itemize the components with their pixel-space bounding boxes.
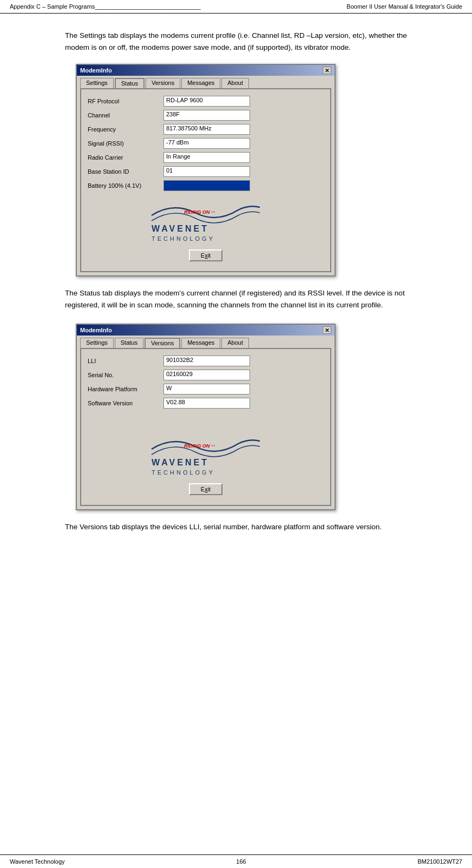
dialog1-button-row: Exit bbox=[88, 249, 324, 265]
label-channel: Channel bbox=[88, 112, 163, 119]
field-row-serial: Serial No. 02160029 bbox=[88, 370, 324, 380]
label-hardware: Hardware Platform bbox=[88, 386, 163, 392]
dialog1-container: ModemInfo ✕ Settings Status Versions Mes… bbox=[76, 64, 429, 277]
value-signal: -77 dBm bbox=[163, 138, 250, 149]
label-lli: LLI bbox=[88, 358, 163, 364]
dialog2-exit-button[interactable]: Exit bbox=[189, 483, 222, 495]
status-paragraph: The Status tab displays the modem's curr… bbox=[65, 287, 429, 311]
field-row-lli: LLI 901032B2 bbox=[88, 356, 324, 366]
dialog2-panel: LLI 901032B2 Serial No. 02160029 Hardwar… bbox=[80, 348, 331, 506]
svg-text:WAVENET: WAVENET bbox=[152, 224, 209, 233]
svg-text:TECHNOLOGY: TECHNOLOGY bbox=[152, 235, 215, 242]
label-rf-protocol: RF Protocol bbox=[88, 98, 163, 104]
tab-versions-1[interactable]: Versions bbox=[146, 78, 180, 88]
dialog2-title: ModemInfo bbox=[80, 327, 112, 333]
tab-status-2[interactable]: Status bbox=[115, 338, 143, 348]
svg-text:WAVENET: WAVENET bbox=[152, 458, 209, 467]
header-right: Boomer II User Manual & Integrator's Gui… bbox=[346, 3, 462, 10]
value-lli: 901032B2 bbox=[163, 356, 250, 366]
field-row-software: Software Version V02.88 bbox=[88, 398, 324, 409]
dialog1-title: ModemInfo bbox=[80, 67, 112, 74]
value-serial: 02160029 bbox=[163, 370, 250, 380]
dialog1-titlebar: ModemInfo ✕ bbox=[77, 65, 335, 76]
field-row-base-station: Base Station ID 01 bbox=[88, 166, 324, 177]
dialog2-close-button[interactable]: ✕ bbox=[323, 326, 331, 334]
value-rf-protocol: RD-LAP 9600 bbox=[163, 96, 250, 107]
dialog1-close-button[interactable]: ✕ bbox=[323, 67, 331, 74]
dialog1-tabs: Settings Status Versions Messages About bbox=[77, 76, 335, 88]
dialog2-button-row: Exit bbox=[88, 483, 324, 498]
label-base-station: Base Station ID bbox=[88, 168, 163, 175]
dialog1-panel: RF Protocol RD-LAP 9600 Channel 238F Fre… bbox=[80, 88, 331, 272]
field-row-signal: Signal (RSSI) -77 dBm bbox=[88, 138, 324, 149]
logo-area-1: RIDING ON ··· WAVENET TECHNOLOGY bbox=[88, 196, 324, 245]
footer-left: Wavenet Technology bbox=[10, 858, 65, 865]
tab-settings-2[interactable]: Settings bbox=[80, 338, 114, 348]
field-row-hardware: Hardware Platform W bbox=[88, 384, 324, 394]
field-row-frequency: Frequency 817.387500 MHz bbox=[88, 124, 324, 135]
tab-messages-1[interactable]: Messages bbox=[181, 78, 220, 88]
value-frequency: 817.387500 MHz bbox=[163, 124, 250, 135]
label-radio-carrier: Radio Carrier bbox=[88, 154, 163, 161]
tab-versions-2[interactable]: Versions bbox=[145, 338, 180, 348]
svg-text:RIDING ON ···: RIDING ON ··· bbox=[184, 443, 215, 449]
label-serial: Serial No. bbox=[88, 372, 163, 378]
label-frequency: Frequency bbox=[88, 126, 163, 133]
header-left: Appendix C – Sample Programs____________… bbox=[10, 3, 201, 10]
svg-text:RIDING ON ···: RIDING ON ··· bbox=[184, 209, 215, 215]
tab-messages-2[interactable]: Messages bbox=[181, 338, 220, 348]
page-footer: Wavenet Technology 166 BM210012WT27 bbox=[0, 854, 472, 868]
dialog2-titlebar: ModemInfo ✕ bbox=[77, 325, 335, 336]
field-row-channel: Channel 238F bbox=[88, 110, 324, 121]
field-row-battery: Battery 100% (4.1V) bbox=[88, 180, 324, 191]
svg-text:TECHNOLOGY: TECHNOLOGY bbox=[152, 469, 215, 476]
page-header: Appendix C – Sample Programs____________… bbox=[0, 0, 472, 14]
page-content: The Settings tab displays the modems cur… bbox=[0, 14, 472, 565]
tab-status-1[interactable]: Status bbox=[115, 78, 145, 88]
value-base-station: 01 bbox=[163, 166, 250, 177]
value-channel: 238F bbox=[163, 110, 250, 121]
wavenet-logo-2: RIDING ON ··· WAVENET TECHNOLOGY bbox=[141, 430, 271, 479]
field-row-rf-protocol: RF Protocol RD-LAP 9600 bbox=[88, 96, 324, 107]
versions-paragraph: The Versions tab displays the devices LL… bbox=[65, 521, 429, 533]
label-signal: Signal (RSSI) bbox=[88, 140, 163, 147]
value-hardware: W bbox=[163, 384, 250, 394]
dialog1: ModemInfo ✕ Settings Status Versions Mes… bbox=[76, 64, 336, 277]
tab-about-1[interactable]: About bbox=[221, 78, 249, 88]
value-software: V02.88 bbox=[163, 398, 250, 409]
label-software: Software Version bbox=[88, 400, 163, 406]
dialog2-container: ModemInfo ✕ Settings Status Versions Mes… bbox=[76, 324, 429, 510]
dialog2: ModemInfo ✕ Settings Status Versions Mes… bbox=[76, 324, 336, 510]
tab-settings-1[interactable]: Settings bbox=[80, 78, 114, 88]
dialog2-tabs: Settings Status Versions Messages About bbox=[77, 336, 335, 348]
intro-paragraph: The Settings tab displays the modems cur… bbox=[65, 30, 429, 53]
field-row-radio-carrier: Radio Carrier In Range bbox=[88, 152, 324, 163]
label-battery: Battery 100% (4.1V) bbox=[88, 182, 163, 189]
footer-center: 166 bbox=[236, 858, 246, 865]
footer-right: BM210012WT27 bbox=[417, 858, 462, 865]
value-radio-carrier: In Range bbox=[163, 152, 250, 163]
dialog1-exit-button[interactable]: Exit bbox=[189, 249, 222, 261]
tab-about-2[interactable]: About bbox=[221, 338, 249, 348]
wavenet-logo-1: RIDING ON ··· WAVENET TECHNOLOGY bbox=[141, 196, 271, 245]
value-battery bbox=[163, 180, 250, 191]
logo-area-2: RIDING ON ··· WAVENET TECHNOLOGY bbox=[88, 430, 324, 479]
